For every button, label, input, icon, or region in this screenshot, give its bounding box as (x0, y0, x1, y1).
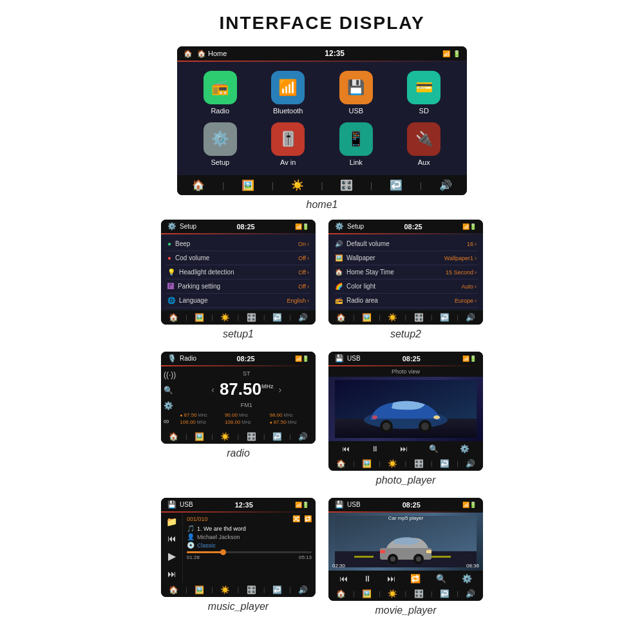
ph-eq-btn[interactable]: 🎛️ (414, 459, 424, 468)
setup2-bottom-bar: 🏠 | 🖼️ | ☀️ | 🎛️ | ↩️ | 🔊 (328, 310, 483, 325)
m-eq-btn[interactable]: 🎛️ (247, 585, 256, 594)
radio-bottom-bar: 🏠 | 🖼️ | ☀️ | 🎛️ | ↩️ | 🔊 (161, 430, 316, 444)
movie-repeat-btn[interactable]: 🔁 (410, 574, 421, 583)
ph-vol-btn[interactable]: 🔊 (466, 459, 475, 468)
link-app-icon[interactable]: 📱 Link (326, 122, 386, 166)
setup2-col: ⚙️ Setup 08:25 📶🔋 🔊 Default volume 16 › (328, 220, 483, 349)
r-back-btn[interactable]: ↩️ (272, 432, 282, 441)
setup-icon-box: ⚙️ (204, 122, 237, 156)
back-btn[interactable]: ↩️ (390, 179, 402, 191)
mv-eq-btn[interactable]: 🎛️ (414, 589, 424, 598)
photo-next-btn[interactable]: ⏭ (400, 444, 408, 453)
radio-preset-4[interactable]: 106.00 MHz (180, 419, 223, 425)
movie-search-btn[interactable]: 🔍 (436, 574, 446, 583)
music-repeat-btn[interactable]: 🔁 (304, 515, 312, 522)
photo-zoom-btn[interactable]: 🔍 (429, 444, 439, 453)
s2-home-btn[interactable]: 🏠 (336, 313, 346, 322)
usb-icon-box: 💾 (339, 71, 373, 104)
ph-gallery-btn[interactable]: 🖼️ (362, 459, 372, 468)
avin-app-icon[interactable]: 🎚️ Av in (258, 122, 319, 166)
r-vol-btn[interactable]: 🔊 (298, 432, 308, 441)
m-sun-btn[interactable]: ☀️ (220, 585, 230, 594)
s1-eq-btn[interactable]: 🎛️ (247, 313, 256, 322)
radio-app-icon[interactable]: 📻 Radio (190, 71, 251, 115)
s1-gallery-btn[interactable]: 🖼️ (194, 313, 204, 322)
setup2-row-ra[interactable]: 📻 Radio area Europe › (334, 294, 478, 308)
movie-play-btn[interactable]: ⏸ (363, 574, 372, 583)
aux-app-icon[interactable]: 🔌 Aux (394, 122, 455, 166)
mv-back-btn[interactable]: ↩️ (440, 589, 450, 598)
setup-app-icon[interactable]: ⚙️ Setup (190, 122, 251, 166)
s2-vol-btn[interactable]: 🔊 (466, 313, 475, 322)
setup1-row-headlight[interactable]: 💡 Headlight detection Off › (166, 265, 310, 279)
r-eq-btn[interactable]: 🎛️ (247, 432, 256, 441)
radio-prev-btn[interactable]: ‹ (211, 384, 214, 395)
battery-icon: 🔋 (453, 50, 460, 57)
radio-preset-6[interactable]: ● 87.50 MHz (269, 419, 313, 425)
s2-sun-btn[interactable]: ☀️ (388, 313, 397, 322)
music-progress-bar[interactable] (187, 551, 312, 553)
music-shuffle-btn[interactable]: 🔀 (292, 515, 300, 522)
eq-btn[interactable]: 🎛️ (340, 179, 353, 191)
ph-sun-btn[interactable]: ☀️ (388, 459, 397, 468)
photo-extra-btn[interactable]: ⚙️ (460, 444, 469, 453)
radio-preset-1[interactable]: ● 87.50 MHz (180, 412, 223, 418)
s2-gallery-btn[interactable]: 🖼️ (362, 313, 372, 322)
movie-rewind-btn[interactable]: ⏮ (339, 574, 348, 583)
s1-vol-btn[interactable]: 🔊 (298, 313, 308, 322)
mv-home-btn[interactable]: 🏠 (336, 589, 346, 598)
svg-rect-20 (380, 550, 385, 553)
bluetooth-app-icon[interactable]: 📶 Bluetooth (258, 71, 319, 115)
setup1-row-parking[interactable]: 🅿 Parking setting Off › (166, 279, 310, 294)
movie-settings-btn[interactable]: ⚙️ (462, 574, 472, 583)
r-div1: | (185, 433, 187, 440)
s2-back-btn[interactable]: ↩️ (440, 313, 450, 322)
setup2-row-wp[interactable]: 🖼️ Wallpaper Wallpaper1 › (334, 251, 478, 265)
movie-bottom-bar: 🏠 | 🖼️ | ☀️ | 🎛️ | ↩️ | 🔊 (328, 587, 483, 601)
r-sun-btn[interactable]: ☀️ (220, 432, 230, 441)
s2-eq-btn[interactable]: 🎛️ (414, 313, 424, 322)
s1-back-btn[interactable]: ↩️ (272, 313, 282, 322)
m-back-btn[interactable]: ↩️ (272, 585, 282, 594)
radio-label: radio (227, 448, 250, 459)
setup2-row-cl[interactable]: 🌈 Color light Auto › (334, 279, 478, 294)
sd-app-icon[interactable]: 💳 SD (394, 71, 455, 115)
s1-home-btn[interactable]: 🏠 (169, 313, 178, 322)
usb-app-icon[interactable]: 💾 USB (326, 71, 386, 115)
radio-next-btn[interactable]: › (278, 384, 281, 395)
mv-vol-btn[interactable]: 🔊 (466, 589, 475, 598)
ph-home-btn[interactable]: 🏠 (336, 459, 346, 468)
radio-preset-3[interactable]: 98.00 MHz (269, 412, 313, 418)
r-home-btn[interactable]: 🏠 (169, 432, 178, 441)
setup1-row-lang[interactable]: 🌐 Language English › (166, 294, 310, 308)
setup2-row-vol[interactable]: 🔊 Default volume 16 › (334, 237, 478, 251)
m-vol-btn[interactable]: 🔊 (298, 585, 308, 594)
radio-preset-2[interactable]: 90.00 MHz (225, 412, 269, 418)
mv-gallery-btn[interactable]: 🖼️ (362, 589, 372, 598)
setup1-row-beep[interactable]: ● Beep On › (166, 237, 310, 251)
setup1-row-cod[interactable]: ● Cod volume Off › (166, 251, 310, 265)
m-home-btn[interactable]: 🏠 (169, 585, 178, 594)
gallery-btn[interactable]: 🖼️ (242, 179, 254, 191)
home-btn[interactable]: 🏠 (192, 179, 205, 191)
movie-forward-btn[interactable]: ⏭ (387, 574, 395, 583)
photo-prev-btn[interactable]: ⏮ (342, 444, 350, 453)
photo-play-btn[interactable]: ⏸ (371, 444, 379, 453)
music-person-icon: 👤 (187, 533, 194, 540)
brightness-btn[interactable]: ☀️ (291, 179, 304, 191)
setup2-row-hst[interactable]: 🏠 Home Stay Time 15 Second › (334, 265, 478, 279)
radio-preset-5[interactable]: 108.00 MHz (225, 419, 269, 425)
volume-btn[interactable]: 🔊 (439, 179, 452, 191)
music-play-btn[interactable]: ▶ (168, 550, 176, 562)
mv-sun-btn[interactable]: ☀️ (388, 589, 397, 598)
setup1-row-parking-right: Off › (298, 283, 309, 290)
music-forward-btn[interactable]: ⏭ (167, 569, 176, 579)
setup1-title: Setup (180, 223, 196, 230)
r-gallery-btn[interactable]: 🖼️ (194, 432, 204, 441)
setup2-row-vol-right: 16 › (467, 241, 477, 247)
ph-back-btn[interactable]: ↩️ (440, 459, 450, 468)
m-gallery-btn[interactable]: 🖼️ (194, 585, 204, 594)
s1-sun-btn[interactable]: ☀️ (220, 313, 230, 322)
music-rewind-btn[interactable]: ⏮ (167, 533, 176, 544)
r-div4: | (263, 433, 265, 440)
